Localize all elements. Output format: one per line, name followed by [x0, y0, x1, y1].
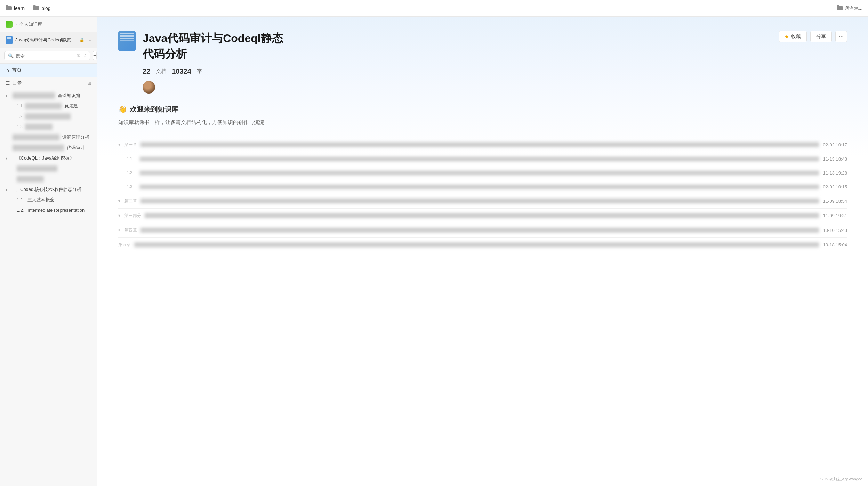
home-icon: ⌂: [6, 67, 9, 73]
add-doc-button[interactable]: +: [93, 51, 97, 60]
lock-icon: 🔒: [79, 38, 85, 42]
doc-list-item-3[interactable]: 1.2 Java代码分析详细内容 11-13 19:28: [118, 166, 847, 180]
tree-item-blur-4-sub2: 子章节三内容: [17, 176, 44, 182]
item-date-8: 10-18 15:04: [823, 242, 847, 248]
chevron-icon-ch1: ▾: [6, 94, 10, 98]
tree-item-num-1-3: 1.3: [17, 124, 24, 129]
doc-list-item-7[interactable]: ▾ 第四章 CodeQL Java漏洞挖掘内容 10-10 15:43: [118, 223, 847, 238]
doc-main-title: Java代码审计与Codeql静态 代码分析: [143, 31, 283, 62]
doc-list-item-6[interactable]: ▾ 第三部分 Java代码审计代码审计内容 11-09 19:31: [118, 209, 847, 223]
tree-item-1-2[interactable]: 1.2 Java代码环境搭建分析: [0, 111, 97, 122]
search-box[interactable]: 🔍 ⌘ + J: [4, 51, 90, 60]
svg-rect-3: [33, 5, 36, 7]
tree-item-blur-1-1: Java代码环境搭建: [25, 103, 62, 109]
item-date-2: 11-13 18:43: [823, 156, 847, 162]
tree-item-ch4[interactable]: ▾ x 《CodeQL：Java漏洞挖掘》: [0, 153, 97, 163]
doc-list-item-4[interactable]: 1.3 Java代码漏洞内容 02-02 10:15: [118, 180, 847, 194]
avatar-row: [143, 81, 283, 94]
doc-list-item-2[interactable]: 1.1 Java代码环境搭建分析 11-13 18:43: [118, 152, 847, 166]
sidebar: › 个人知识库 Java代码审计与Codeql静态代码... 🔒 ··· 🔍 ⌘…: [0, 17, 97, 486]
item-date-1: 02-02 10:17: [823, 142, 847, 147]
tree-item-suffix-ch2: 漏洞原理分析: [61, 134, 89, 140]
chevron-icon-ch4: ▾: [6, 156, 10, 160]
toc-section-label: 目录: [12, 80, 22, 86]
doc-list-item-1[interactable]: ▾ 第一章 Java基础代码审计相关内容文章 02-02 10:17: [118, 138, 847, 152]
welcome-title-text: 欢迎来到知识库: [130, 105, 178, 114]
avatar-image: [143, 81, 155, 94]
stat-docs-label: 文档: [156, 68, 166, 75]
nav-item-learn[interactable]: learn: [6, 5, 25, 11]
tree-item-ch5[interactable]: ▾ 一、Codeql核心技术-软件静态分析: [0, 184, 97, 195]
stat-words-label: 字: [197, 68, 202, 75]
expand-chevron-7: ▾: [117, 229, 122, 231]
item-blur-5: Java漏洞原理代码审计相关: [140, 199, 819, 203]
folder-icon-blog: [33, 5, 39, 11]
tree-item-4-sub2[interactable]: 子章节三内容: [0, 174, 97, 184]
tree-item-num-1-2: 1.2: [17, 114, 24, 119]
item-content-6: 第三部分 Java代码审计代码审计内容: [124, 213, 819, 219]
item-content-2: 1.1 Java代码环境搭建分析: [127, 156, 819, 161]
sidebar-tree: ▾ 第一章 Java基础代码 基础知识篇 1.1 Java代码环境搭建 竟搭建 …: [0, 89, 97, 486]
tree-item-suffix-ch1: 基础知识篇: [56, 92, 80, 99]
breadcrumb-parent-label[interactable]: 个人知识库: [19, 21, 42, 27]
item-date-5: 11-09 18:54: [823, 199, 847, 204]
item-blur-6: Java代码审计代码审计内容: [145, 213, 819, 218]
nav-all-label: 所有笔...: [845, 5, 862, 11]
sidebar-home-nav[interactable]: ⌂ 首页: [0, 64, 97, 77]
tree-item-1-3[interactable]: 1.3 Java代码漏洞: [0, 122, 97, 132]
welcome-title: 👋 欢迎来到知识库: [118, 105, 847, 114]
tree-item-5-1[interactable]: 1.1、三大基本概念: [0, 195, 97, 205]
stat-docs-num: 22: [143, 67, 150, 75]
folder-icon-all: [837, 5, 843, 11]
doc-list-item-5[interactable]: ▾ 第二章 Java漏洞原理代码审计相关 11-09 18:54: [118, 194, 847, 209]
tree-item-5-2[interactable]: 1.2、Intermediate Representation: [0, 205, 97, 216]
tree-item-4-sub1[interactable]: 子章节一二内容部分: [0, 163, 97, 174]
tree-item-blur-ch2: 第二章 Java漏洞原理代: [13, 134, 59, 140]
toc-title-row: ☰ 目录: [6, 80, 22, 86]
tree-item-1-1[interactable]: 1.1 Java代码环境搭建 竟搭建: [0, 101, 97, 111]
tree-item-blur-1-2: Java代码环境搭建分析: [25, 113, 71, 120]
content-main: Java代码审计与Codeql静态 代码分析 22 文档 10324 字: [97, 17, 868, 486]
item-date-4: 02-02 10:15: [823, 184, 847, 189]
tree-item-blur-1-3: Java代码漏洞: [25, 124, 53, 130]
expand-all-icon[interactable]: ⊞: [87, 80, 91, 86]
item-blur-8: 更多内容章节: [134, 242, 819, 247]
more-actions-button[interactable]: ···: [835, 31, 847, 42]
more-options-icon[interactable]: ···: [87, 37, 91, 43]
nav-right-all[interactable]: 所有笔...: [837, 5, 862, 11]
sidebar-current-item[interactable]: Java代码审计与Codeql静态代码... 🔒 ···: [0, 32, 97, 48]
nav-item-blog[interactable]: blog: [33, 5, 50, 11]
welcome-emoji: 👋: [118, 105, 127, 113]
share-button[interactable]: 分享: [810, 31, 832, 42]
welcome-desc: 知识库就像书一样，让多篇文档结构化，方便知识的创作与沉淀: [118, 118, 847, 127]
expand-chevron-5: ▾: [118, 199, 120, 203]
tree-item-ch2[interactable]: 第二章 Java漏洞原理代 漏洞原理分析: [0, 132, 97, 143]
breadcrumb-separator: ›: [15, 22, 17, 27]
item-date-6: 11-09 19:31: [823, 213, 847, 218]
tree-item-num-1-1: 1.1: [17, 104, 24, 108]
author-avatar: [143, 81, 155, 94]
svg-rect-1: [6, 5, 8, 7]
item-content-1: 第一章 Java基础代码审计相关内容文章: [124, 142, 819, 148]
collect-button[interactable]: ★ 收藏: [779, 31, 807, 42]
item-blur-1: Java基础代码审计相关内容文章: [140, 142, 819, 147]
tree-item-ch1[interactable]: ▾ 第一章 Java基础代码 基础知识篇: [0, 90, 97, 101]
star-icon: ★: [785, 34, 789, 39]
home-label: 首页: [12, 67, 22, 73]
item-date-3: 11-13 19:28: [823, 170, 847, 176]
toc-list-icon: ☰: [6, 80, 10, 86]
folder-icon-learn: [6, 5, 12, 11]
expand-chevron-1: ▾: [118, 142, 120, 147]
item-content-7: 第四章 CodeQL Java漏洞挖掘内容: [124, 227, 819, 233]
tree-item-ch3[interactable]: 第三部分 Java代码审计代 代码审计: [0, 143, 97, 153]
tree-item-suffix-5-2: 1.2、Intermediate Representation: [17, 207, 85, 213]
item-blur-3: Java代码分析详细内容: [140, 171, 819, 175]
doc-list-item-8[interactable]: 第五章 更多内容章节 10-18 15:04: [118, 238, 847, 252]
tree-item-blur-ch1: 第一章 Java基础代码: [13, 92, 55, 99]
chevron-icon-ch5: ▾: [6, 188, 10, 192]
search-input[interactable]: [16, 53, 74, 58]
svg-rect-5: [837, 5, 839, 7]
content-area: Java代码审计与Codeql静态 代码分析 22 文档 10324 字: [97, 17, 868, 486]
nav-learn-label: learn: [14, 6, 25, 11]
sidebar-search-area: 🔍 ⌘ + J +: [0, 48, 97, 64]
